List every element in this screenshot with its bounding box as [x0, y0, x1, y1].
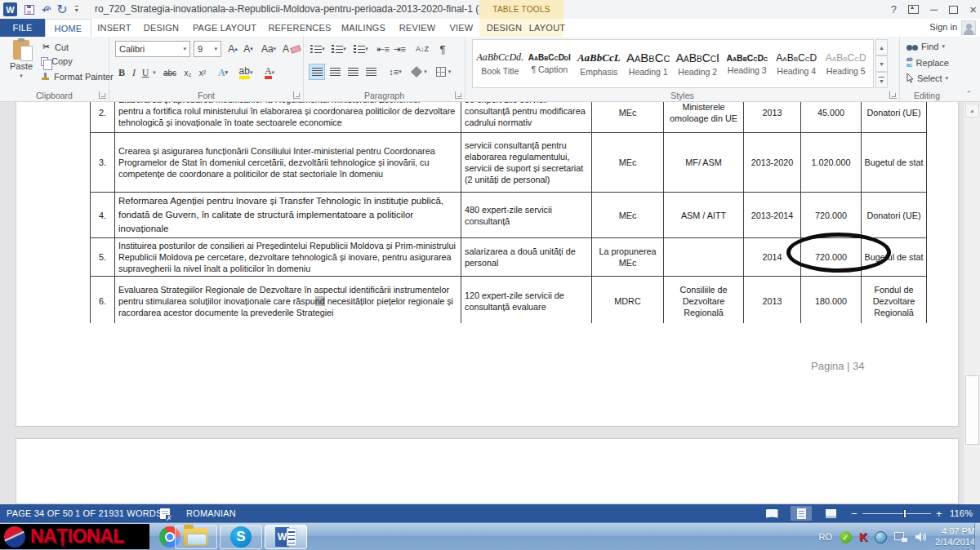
cell-row4-services[interactable]: 480 expert-zile servicii consultanță	[461, 193, 592, 238]
cell-row5-responsible[interactable]: La propunerea MEc	[592, 238, 664, 277]
decrease-indent-button[interactable]: ⇤≡	[376, 41, 390, 57]
undo-button[interactable]: ↶▾	[42, 4, 49, 16]
clipboard-dialog-launcher[interactable]	[99, 91, 106, 99]
internet-globe-icon[interactable]	[875, 531, 887, 543]
document-page-35[interactable]	[16, 438, 959, 504]
redo-button[interactable]: ↻	[56, 3, 67, 16]
font-family-combo[interactable]: Calibri▾	[115, 41, 190, 57]
replace-button[interactable]: abac Replace	[906, 57, 949, 69]
cell-row2-responsible[interactable]: MEc	[592, 102, 664, 133]
show-formatting-button[interactable]: ¶	[436, 41, 449, 57]
bullets-button[interactable]: ▾	[309, 41, 327, 57]
cell-row6-years[interactable]: 2013	[744, 277, 801, 324]
page-footer-text[interactable]: Pagina | 34	[811, 360, 865, 372]
cell-row4-partner[interactable]: ASM / AITT	[664, 193, 744, 238]
cell-row6-source[interactable]: Fondul de Dezvoltare Regională	[862, 277, 927, 324]
minimize-button[interactable]: ─	[930, 3, 938, 16]
vertical-scrollbar[interactable]: ▲	[963, 102, 980, 504]
styles-dialog-launcher[interactable]	[889, 91, 897, 99]
tab-design[interactable]: DESIGN	[137, 19, 185, 37]
line-spacing-button[interactable]: ↕≡▾	[385, 64, 405, 80]
numbering-button[interactable]: ▾	[330, 41, 348, 57]
cut-button[interactable]: ✂ Cut	[41, 42, 69, 52]
cell-row3-partner[interactable]: MF/ ASM	[664, 133, 744, 193]
cell-row2-partner[interactable]: Ministerele omoloage din UE	[664, 102, 744, 133]
kaspersky-icon[interactable]: K	[859, 530, 867, 543]
paste-dropdown-icon[interactable]: ▾	[20, 73, 23, 79]
cell-row2-source[interactable]: Donatori (UE)	[862, 102, 927, 133]
cell-row5-activity[interactable]: Instituirea posturilor de consilieri ai …	[115, 238, 461, 277]
superscript-button[interactable]: x²	[196, 64, 209, 81]
highlight-button[interactable]: ab▾	[235, 64, 256, 81]
zoom-slider-thumb[interactable]	[903, 509, 906, 518]
tab-page-layout[interactable]: PAGE LAYOUT	[185, 19, 264, 37]
cell-row2-amount[interactable]: 45.000	[801, 102, 862, 133]
cell-row3-years[interactable]: 2013-2020	[744, 133, 801, 193]
scrollbar-thumb[interactable]	[965, 375, 979, 445]
format-painter-button[interactable]: Format Painter	[41, 72, 114, 82]
shrink-font-button[interactable]: A	[241, 41, 256, 57]
sort-button[interactable]: A↓Z	[413, 41, 431, 57]
text-effects-button[interactable]: A▾	[216, 64, 230, 81]
cell-row2-activity[interactable]: Elaborarea și aprobarea modificărilor la…	[115, 102, 461, 133]
style-book-title[interactable]: AaBbCcDd.Book Title	[476, 42, 524, 86]
antivirus-ok-icon[interactable]: ✓	[840, 531, 852, 543]
taskbar-explorer-button[interactable]	[175, 525, 217, 549]
font-size-combo[interactable]: 9▾	[194, 41, 221, 57]
save-button[interactable]	[24, 5, 34, 15]
strikethrough-button[interactable]: abc	[160, 64, 180, 81]
zoom-slider[interactable]	[862, 504, 931, 522]
align-right-button[interactable]	[345, 64, 361, 80]
account-avatar[interactable]	[961, 20, 976, 35]
cell-row3-source[interactable]: Bugetul de stat	[862, 133, 927, 193]
undo-dropdown-icon[interactable]: ▾	[47, 7, 50, 12]
word-app-icon[interactable]: W	[3, 2, 17, 16]
clear-formatting-button[interactable]: A	[283, 41, 301, 57]
cell-row2-num[interactable]: 2.	[91, 102, 115, 133]
tab-view[interactable]: VIEW	[443, 19, 479, 37]
cell-row5-partner[interactable]	[664, 238, 744, 277]
cell-row2-services[interactable]: 30 expert-zile servicii consultanță pent…	[461, 102, 592, 133]
cell-row2-years[interactable]: 2013	[744, 102, 801, 133]
cell-row4-years[interactable]: 2013-2014	[744, 193, 801, 238]
taskbar-word-button[interactable]: W	[265, 525, 307, 549]
font-color-button[interactable]: A▾	[260, 64, 279, 81]
borders-button[interactable]: ▾	[433, 64, 454, 80]
cell-row4-responsible[interactable]: MEc	[592, 193, 664, 238]
page-indicator[interactable]: PAGE 34 OF 50	[7, 504, 73, 522]
subscript-button[interactable]: x₂	[181, 64, 194, 81]
justify-button[interactable]	[363, 64, 379, 80]
restore-button[interactable]	[949, 6, 958, 14]
increase-indent-button[interactable]: ⇥≡	[392, 41, 407, 57]
cell-row4-num[interactable]: 4.	[91, 193, 115, 238]
cell-row3-services[interactable]: servicii consultanță pentru elaborarea r…	[461, 133, 592, 193]
style-heading-3[interactable]: AaBbCcDcHeading 3	[724, 42, 772, 86]
speaker-icon[interactable]	[915, 531, 928, 543]
style-heading-2[interactable]: AaBbCcIHeading 2	[674, 42, 722, 86]
cell-row4-source[interactable]: Donatori (UE)	[862, 193, 927, 238]
cell-row3-amount[interactable]: 1.020.000	[801, 133, 862, 193]
cell-row4-activity[interactable]: Reformarea Agenției pentru Inovare și Tr…	[115, 193, 461, 238]
tab-review[interactable]: REVIEW	[391, 19, 443, 37]
word-count[interactable]: 1 OF 21931 WORDS	[75, 504, 163, 522]
cell-row5-services[interactable]: salarizarea a două unități de personal	[461, 238, 592, 277]
cell-row6-num[interactable]: 6.	[91, 277, 115, 324]
cell-row6-activity[interactable]: Evaluarea Strategiilor Regionale de Dezv…	[115, 277, 461, 324]
show-desktop-button[interactable]	[974, 523, 980, 550]
style-caption[interactable]: AaBbCcDdI¶ Caption	[526, 42, 574, 86]
zoom-in-button[interactable]: +	[936, 504, 942, 522]
language-indicator[interactable]: ROMANIAN	[186, 504, 236, 522]
help-button[interactable]: ?	[891, 3, 897, 16]
style-heading-1[interactable]: AaBbCcHeading 1	[625, 42, 673, 86]
cell-row6-responsible[interactable]: MDRC	[592, 277, 664, 324]
scroll-up-button[interactable]: ▲	[965, 104, 979, 118]
find-button[interactable]: Find▾	[906, 42, 945, 51]
tab-home[interactable]: HOME	[45, 19, 91, 37]
zoom-out-button[interactable]: −	[851, 504, 858, 522]
clock[interactable]: 4:07 PM 2/14/2014	[935, 526, 975, 548]
cell-row3-num[interactable]: 3.	[91, 133, 115, 193]
cell-row5-num[interactable]: 5.	[91, 238, 115, 277]
tab-table-layout[interactable]: LAYOUT	[527, 19, 568, 37]
paragraph-dialog-launcher[interactable]	[455, 91, 462, 99]
grow-font-button[interactable]: A	[225, 41, 240, 57]
